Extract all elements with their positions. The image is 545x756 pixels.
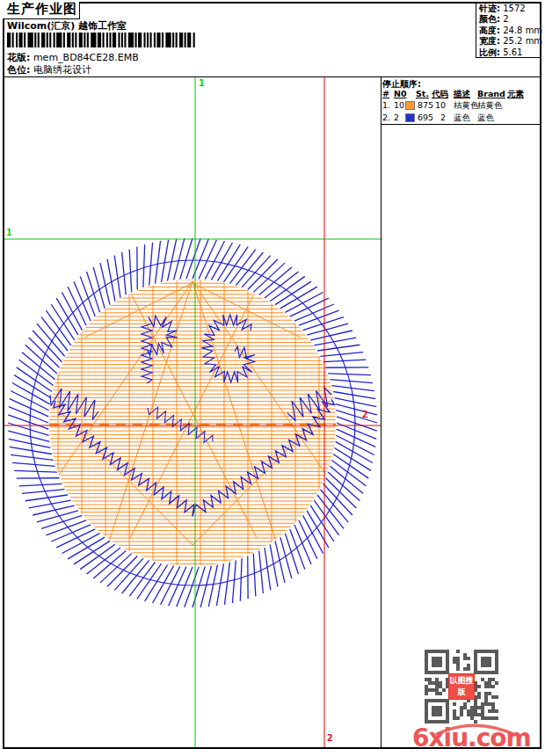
pattern-label: 花版: [7, 52, 30, 63]
header-separator-line [3, 76, 541, 77]
production-worksheet-page: 生产作业图 Wilcom(汇京) 越饰工作室 花版: mem_BD84CE28.… [0, 0, 545, 756]
row2-description: 蓝色 [454, 113, 470, 124]
panel-divider-line [381, 76, 382, 749]
info-width: 宽度: 25.2 mm [479, 36, 542, 47]
title-box: 生产作业图 [3, 2, 80, 19]
col-header-desc: 描述 [454, 89, 470, 100]
info-scale: 比例: 5.61 [479, 47, 542, 58]
row1-index: 1. [382, 100, 390, 110]
row2-n0: 2 [394, 113, 399, 122]
info-colors: 颜色: 2 [479, 14, 542, 25]
row1-color-swatch [405, 101, 415, 110]
row2-index: 2. [382, 113, 390, 122]
info-box-divider [476, 2, 476, 57]
marker-start-top: 1 [199, 78, 205, 88]
site-logo-link[interactable]: 6xiu.com [412, 723, 531, 752]
info-stitches: 针迹: 1572 [479, 4, 542, 14]
studio-name: Wilcom(汇京) 越饰工作室 [7, 19, 127, 33]
row2-color-swatch [405, 113, 415, 122]
row2-brand: 蓝色 [477, 113, 494, 124]
col-header-hash: # [382, 89, 389, 98]
row2-stitches: 695 [418, 113, 433, 122]
row1-code: 10 [433, 100, 446, 110]
col-header-code: 代码 [432, 89, 448, 100]
row1-n0: 10 [394, 100, 404, 110]
stop-table-bottom-border [381, 124, 541, 125]
col-header-brand: Brand [477, 89, 505, 98]
red-seal-stamp: 以图搜版 [448, 673, 475, 700]
marker-start-left: 1 [6, 228, 12, 237]
marker-end-bottom: 2 [327, 733, 333, 743]
marker-end-right: 2 [362, 410, 368, 419]
colorway-label: 色位: [7, 64, 30, 76]
row1-brand: 桔黄色 [477, 100, 503, 112]
page-title: 生产作业图 [3, 2, 79, 17]
colorway-value: 电脑绣花设计 [33, 64, 91, 76]
col-header-st: St. [416, 89, 429, 98]
pattern-value: mem_BD84CE28.EMB [33, 52, 139, 63]
row1-stitches: 875 [418, 100, 433, 110]
design-info-list: 针迹: 1572 颜色: 2 高度: 24.8 mm 宽度: 25.2 mm 比… [479, 4, 542, 58]
col-header-element: 元素 [507, 89, 524, 100]
pattern-row: 花版: mem_BD84CE28.EMB [7, 51, 139, 64]
info-height: 高度: 24.8 mm [479, 25, 542, 36]
row1-description: 桔黄色 [454, 100, 479, 112]
row2-code: 2 [433, 113, 446, 122]
col-header-n0: N0 [394, 89, 407, 98]
colorway-row: 色位: 电脑绣花设计 [7, 63, 91, 76]
